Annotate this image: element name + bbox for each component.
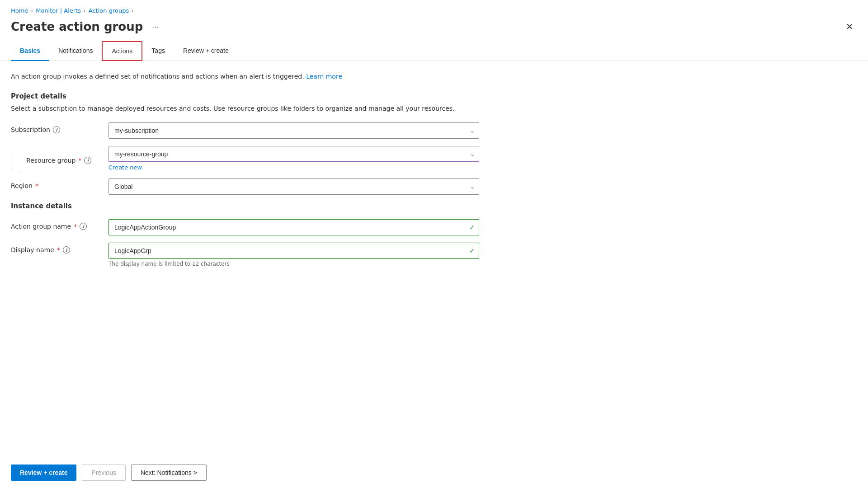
action-group-name-input-wrapper: ✓ (108, 219, 479, 235)
subscription-select[interactable]: my-subscription (108, 122, 479, 139)
close-button[interactable]: ✕ (842, 19, 857, 34)
project-details-title: Project details (11, 92, 857, 100)
subscription-row: Subscription i my-subscription ⌄ (11, 122, 857, 139)
breadcrumb-monitor-alerts[interactable]: Monitor | Alerts (36, 7, 81, 14)
display-name-row: Display name * i ✓ The display name is l… (11, 243, 857, 267)
subscription-select-wrapper: my-subscription ⌄ (108, 122, 479, 139)
action-group-name-valid-icon: ✓ (469, 224, 475, 231)
action-group-name-input[interactable] (108, 219, 479, 235)
action-group-name-row: Action group name * i ✓ (11, 219, 857, 235)
review-create-button[interactable]: Review + create (11, 465, 76, 481)
breadcrumb-sep-1: › (31, 8, 33, 14)
display-name-valid-icon: ✓ (469, 247, 475, 254)
subscription-control: my-subscription ⌄ (108, 122, 479, 139)
tab-notifications[interactable]: Notifications (49, 41, 102, 61)
subscription-label: Subscription i (11, 122, 101, 133)
region-select[interactable]: Global (108, 178, 479, 195)
resource-group-required: * (78, 157, 81, 164)
tab-basics[interactable]: Basics (11, 41, 49, 61)
region-required: * (35, 182, 38, 189)
resource-group-label: Resource group * i (11, 146, 101, 171)
footer: Review + create Previous Next: Notificat… (0, 457, 868, 488)
action-group-name-required: * (74, 223, 77, 230)
page-header-left: Create action group ··· (11, 20, 162, 33)
tab-tags[interactable]: Tags (142, 41, 174, 61)
page-title: Create action group (11, 20, 143, 33)
instance-details-title: Instance details (11, 202, 857, 210)
display-name-control: ✓ The display name is limited to 12 char… (108, 243, 479, 267)
page-menu-button[interactable]: ··· (148, 20, 162, 33)
breadcrumb-action-groups[interactable]: Action groups (89, 7, 129, 14)
region-row: Region * Global ⌄ (11, 178, 857, 195)
breadcrumb-sep-3: › (132, 8, 134, 14)
page-header: Create action group ··· ✕ (0, 18, 868, 41)
learn-more-link[interactable]: Learn more (306, 73, 342, 80)
action-group-name-control: ✓ (108, 219, 479, 235)
subscription-info-icon[interactable]: i (53, 126, 60, 133)
action-group-name-info-icon[interactable]: i (80, 223, 87, 230)
display-name-hint: The display name is limited to 12 charac… (108, 261, 479, 267)
resource-group-select[interactable]: my-resource-group (108, 146, 479, 162)
region-label: Region * (11, 178, 101, 189)
display-name-required: * (57, 246, 60, 253)
tab-actions[interactable]: Actions (102, 41, 142, 61)
next-notifications-button[interactable]: Next: Notifications > (131, 465, 207, 481)
display-name-info-icon[interactable]: i (63, 246, 70, 253)
create-new-resource-group-link[interactable]: Create new (108, 164, 142, 171)
resource-group-row: Resource group * i my-resource-group ⌄ C… (11, 146, 857, 171)
tabs-container: Basics Notifications Actions Tags Review… (0, 41, 868, 61)
display-name-input[interactable] (108, 243, 479, 259)
breadcrumb-sep-2: › (84, 8, 86, 14)
project-details-description: Select a subscription to manage deployed… (11, 104, 857, 113)
description-text: An action group invokes a defined set of… (11, 72, 857, 81)
region-select-wrapper: Global ⌄ (108, 178, 479, 195)
display-name-label: Display name * i (11, 243, 101, 253)
action-group-name-label: Action group name * i (11, 219, 101, 230)
tab-review-create[interactable]: Review + create (174, 41, 238, 61)
main-content: An action group invokes a defined set of… (0, 72, 868, 488)
region-control: Global ⌄ (108, 178, 479, 195)
resource-group-control: my-resource-group ⌄ Create new (108, 146, 479, 171)
indent-bracket (11, 153, 20, 171)
breadcrumb: Home › Monitor | Alerts › Action groups … (0, 0, 868, 18)
previous-button[interactable]: Previous (82, 465, 125, 481)
page-container: Home › Monitor | Alerts › Action groups … (0, 0, 868, 488)
resource-group-info-icon[interactable]: i (84, 157, 91, 164)
breadcrumb-home[interactable]: Home (11, 7, 28, 14)
display-name-input-wrapper: ✓ (108, 243, 479, 259)
resource-group-select-wrapper: my-resource-group ⌄ (108, 146, 479, 162)
